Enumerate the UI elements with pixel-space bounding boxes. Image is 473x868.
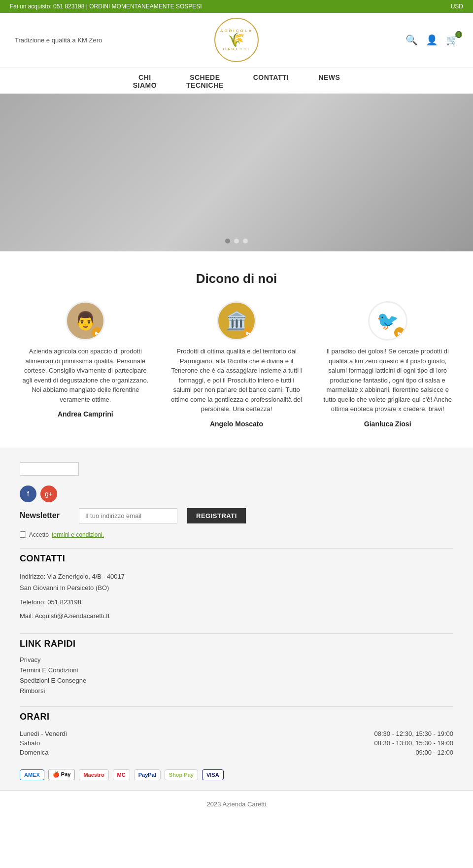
link-spedizioni[interactable]: Spedizioni E Consegne — [20, 677, 453, 684]
googleplus-icon[interactable]: g+ — [40, 486, 57, 502]
payment-amex: AMEX — [20, 769, 44, 780]
account-icon[interactable]: 👤 — [426, 34, 438, 46]
testimonials-section: Dicono di noi 👨 ▶ Azienda agricola con s… — [0, 251, 473, 448]
link-rimborsi[interactable]: Rimborsi — [20, 687, 453, 694]
copyright-text: 2023 Azienda Caretti — [207, 800, 267, 808]
hero-slideshow — [0, 94, 473, 251]
play-badge-angelo: ▶ — [243, 327, 254, 338]
payment-maestro: Maestro — [79, 769, 108, 780]
testimonials-title: Dicono di noi — [15, 271, 458, 286]
testimonial-card-gianluca: 🐦 ▶ Il paradiso dei golosi! Se cercate p… — [317, 301, 458, 428]
testimonials-grid: 👨 ▶ Azienda agricola con spaccio di prod… — [15, 301, 458, 428]
testimonial-name-andrea: Andrea Camprini — [20, 410, 151, 418]
newsletter-terms: Accetto termini e condizioni. — [20, 531, 453, 538]
nav-contatti-label: CONTATTI — [253, 73, 289, 81]
footer: f g+ Newsletter REGISTRATI Accetto termi… — [0, 448, 473, 791]
nav-schede-tecniche[interactable]: SCHEDE TECNICHE — [186, 73, 224, 89]
divider-3 — [20, 706, 453, 707]
nav-chi-siamo-line2: SIAMO — [133, 81, 157, 89]
footer-contatti: CONTATTI Indirizzo: Via Zenerigolo, 4/B … — [20, 554, 453, 622]
hero-background — [0, 94, 473, 251]
newsletter-input[interactable] — [79, 508, 177, 523]
link-privacy[interactable]: Privacy — [20, 656, 453, 663]
hero-dots — [225, 239, 248, 243]
top-bar-left: Fai un acquisto: 051 823198 | ORDINI MOM… — [10, 3, 202, 10]
testimonial-card-angelo: 🏛️ ▶ Prodotti di ottima qualità e del te… — [166, 301, 307, 428]
hero-dot-1[interactable] — [225, 239, 230, 243]
nav-schede-line1: SCHEDE — [186, 73, 224, 81]
orari-day-sab: Sabato — [20, 739, 40, 747]
payment-applepay: 🍎 Pay — [48, 769, 75, 780]
avatar-andrea: 👨 ▶ — [66, 301, 105, 341]
orari-row-dom: Domenica 09:00 - 12:00 — [20, 748, 453, 757]
footer-contatti-title: CONTATTI — [20, 554, 453, 564]
payment-visa: VISA — [202, 769, 224, 780]
footer-address-line2: San Giovanni In Persiceto (BO) — [20, 582, 453, 593]
navigation: CHI SIAMO SCHEDE TECNICHE CONTATTI NEWS — [0, 68, 473, 94]
footer-search-area — [20, 462, 453, 476]
copyright: 2023 Azienda Caretti — [0, 790, 473, 818]
payment-paypal: PayPal — [134, 769, 161, 780]
orari-day-dom: Domenica — [20, 749, 49, 756]
cart-count: 0 — [455, 31, 462, 38]
link-termini[interactable]: Termini E Condizioni — [20, 666, 453, 674]
logo-icon: 🌾 — [228, 33, 245, 47]
orari-day-lun-ven: Lunedì - Venerdì — [20, 730, 67, 737]
social-icons: f g+ — [20, 486, 453, 502]
nav-news[interactable]: NEWS — [318, 73, 340, 81]
logo-circle: AGRICOLA 🌾 CARETTI — [214, 18, 259, 62]
play-badge-andrea: ▶ — [92, 327, 102, 338]
header: Tradizione e qualità a KM Zero AGRICOLA … — [0, 13, 473, 68]
nav-contatti[interactable]: CONTATTI — [253, 73, 289, 81]
testimonial-text-gianluca: Il paradiso dei golosi! Se cercate prodo… — [322, 347, 453, 414]
nav-chi-siamo[interactable]: CHI SIAMO — [133, 73, 157, 89]
orari-time-lun-ven: 08:30 - 12:30, 15:30 - 19:00 — [374, 730, 453, 737]
testimonial-text-angelo: Prodotti di ottima qualità e del territo… — [171, 347, 303, 414]
newsletter-label: Newsletter — [20, 511, 69, 520]
top-bar-right: USD — [451, 3, 463, 10]
divider-2 — [20, 633, 453, 634]
avatar-angelo: 🏛️ ▶ — [217, 301, 256, 341]
avatar-gianluca: 🐦 ▶ — [368, 301, 407, 341]
header-icons: 🔍 👤 🛒 0 — [360, 34, 458, 46]
search-icon[interactable]: 🔍 — [405, 34, 418, 46]
testimonial-text-andrea: Azienda agricola con spaccio di prodotti… — [20, 347, 151, 404]
hero-dot-2[interactable] — [234, 239, 239, 243]
payment-methods: AMEX 🍎 Pay Maestro MC PayPal Shop Pay VI… — [20, 769, 453, 780]
newsletter-terms-text: Accetto — [29, 531, 49, 538]
footer-orari: ORARI Lunedì - Venerdì 08:30 - 12:30, 15… — [20, 712, 453, 757]
testimonial-card-andrea: 👨 ▶ Azienda agricola con spaccio di prod… — [15, 301, 156, 428]
top-bar: Fai un acquisto: 051 823198 | ORDINI MOM… — [0, 0, 473, 13]
orari-row-lun-ven: Lunedì - Venerdì 08:30 - 12:30, 15:30 - … — [20, 729, 453, 738]
facebook-icon[interactable]: f — [20, 486, 36, 502]
nav-schede-line2: TECNICHE — [186, 81, 224, 89]
newsletter-terms-link[interactable]: termini e condizioni. — [52, 531, 104, 538]
footer-phone: Telefono: 051 823198 — [20, 596, 453, 608]
footer-email: Mail: Acquisti@Aziendacaretti.It — [20, 610, 453, 622]
logo-text-bottom: CARETTI — [223, 47, 250, 51]
play-badge-gianluca: ▶ — [394, 327, 405, 338]
nav-chi-siamo-line1: CHI — [133, 73, 157, 81]
nav-news-label: NEWS — [318, 73, 340, 81]
footer-orari-title: ORARI — [20, 712, 453, 722]
header-tagline: Tradizione e qualità a KM Zero — [15, 36, 113, 44]
newsletter-row: Newsletter REGISTRATI — [20, 508, 453, 523]
testimonial-name-gianluca: Gianluca Ziosi — [322, 420, 453, 428]
footer-search-input[interactable] — [20, 462, 79, 476]
cart-icon[interactable]: 🛒 0 — [446, 34, 458, 46]
footer-link-rapidi: LINK RAPIDI Privacy Termini E Condizioni… — [20, 639, 453, 694]
footer-link-rapidi-title: LINK RAPIDI — [20, 639, 453, 649]
logo[interactable]: AGRICOLA 🌾 CARETTI — [214, 18, 259, 62]
payment-mastercard: MC — [113, 769, 130, 780]
divider-1 — [20, 548, 453, 549]
payment-shoppay: Shop Pay — [165, 769, 198, 780]
orari-row-sab: Sabato 08:30 - 13:00, 15:30 - 19:00 — [20, 738, 453, 748]
orari-time-dom: 09:00 - 12:00 — [415, 749, 453, 756]
orari-table: Lunedì - Venerdì 08:30 - 12:30, 15:30 - … — [20, 729, 453, 757]
newsletter-button[interactable]: REGISTRATI — [187, 508, 246, 523]
orari-time-sab: 08:30 - 13:00, 15:30 - 19:00 — [374, 739, 453, 747]
testimonial-name-angelo: Angelo Moscato — [171, 420, 303, 428]
footer-address-line1: Indirizzo: Via Zenerigolo, 4/B · 40017 — [20, 571, 453, 582]
hero-dot-3[interactable] — [243, 239, 248, 243]
newsletter-checkbox[interactable] — [20, 531, 26, 538]
